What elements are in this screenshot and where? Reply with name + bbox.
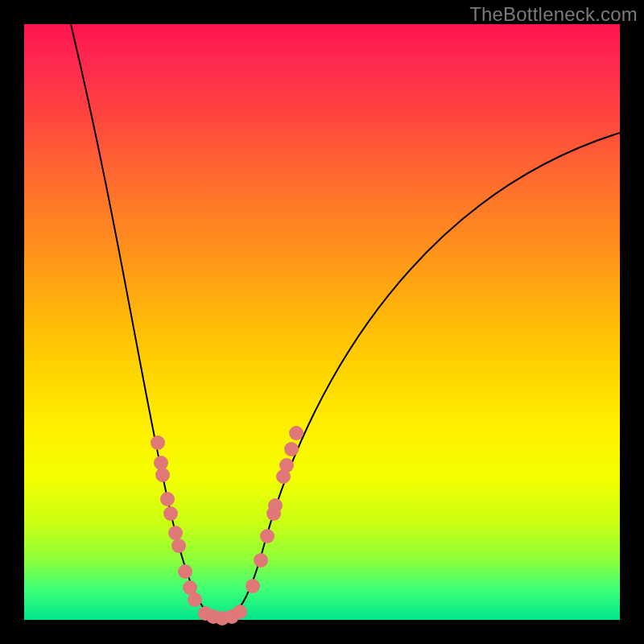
data-marker (163, 506, 178, 521)
plot-area (24, 24, 620, 620)
data-marker (289, 426, 303, 440)
data-marker (188, 592, 202, 607)
data-marker (168, 526, 183, 540)
data-marker (279, 458, 294, 473)
data-marker (151, 436, 165, 450)
data-marker (268, 498, 283, 513)
data-marker (284, 442, 299, 456)
data-marker (233, 605, 247, 619)
data-marker (155, 468, 170, 482)
data-marker (178, 564, 192, 579)
data-marker (160, 492, 175, 506)
curve-svg (24, 24, 620, 620)
data-marker (246, 579, 260, 593)
markers-bottom (198, 605, 247, 625)
chart-frame: TheBottleneck.com (0, 0, 644, 644)
markers-left (151, 436, 202, 607)
data-marker (171, 539, 186, 553)
data-marker (254, 553, 268, 568)
bottleneck-curve (71, 24, 620, 618)
markers-right (246, 426, 303, 593)
watermark-text: TheBottleneck.com (469, 3, 638, 26)
data-marker (260, 529, 275, 543)
